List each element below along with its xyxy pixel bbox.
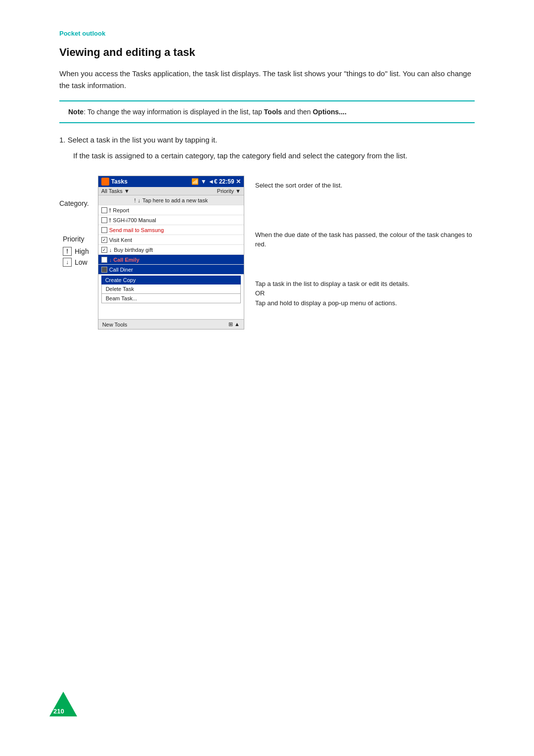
arrow-btn: ↓ xyxy=(138,197,141,203)
sghi700-label: SGH-i700 Manual xyxy=(113,217,156,223)
visitkent-checkbox[interactable]: ✓ xyxy=(101,237,107,243)
note-text2: and then xyxy=(282,108,312,116)
priority-items: ! High ↓ Low xyxy=(63,247,89,267)
category-label: Category. xyxy=(59,199,89,207)
calldiner-label: Call Diner xyxy=(109,267,133,273)
page: Pocket outlook Viewing and editing a tas… xyxy=(0,0,534,756)
bottom-right[interactable]: ⊞ ▲ xyxy=(228,321,240,328)
device-title-icons: 📶 ▼ ◄€ 22:59 ✕ xyxy=(191,178,241,185)
app-icon xyxy=(101,178,109,186)
due-date-text: When the due date of the task has passed… xyxy=(255,231,472,248)
excl-report: ! xyxy=(109,207,111,213)
spacer xyxy=(98,304,244,319)
excl-btn: ! xyxy=(134,197,135,203)
wifi-icon: 📶 xyxy=(191,178,199,185)
device-bottombar: New Tools ⊞ ▲ xyxy=(98,319,244,329)
device-titlebar-left: Tasks xyxy=(101,178,128,186)
sort-order-annotation: Select the sort order of the list. xyxy=(255,181,475,190)
diagram-area: Category. Priority ! High ↓ Low xyxy=(59,176,475,330)
visitkent-label: Visit Kent xyxy=(109,237,132,243)
sendmail-checkbox[interactable] xyxy=(101,227,107,233)
add-task-label: Tap here to add a new task xyxy=(142,197,208,203)
sort-order-text: Select the sort order of the list. xyxy=(255,182,342,189)
bottom-left[interactable]: New Tools xyxy=(102,322,128,328)
step-1: 1. Select a task in the list you want by… xyxy=(59,134,475,146)
sghi700-row[interactable]: ! SGH-i700 Manual xyxy=(98,215,244,225)
page-number: 210 xyxy=(53,708,64,715)
signal-icon: ▼ xyxy=(201,178,207,185)
taskbar-right[interactable]: Priority ▼ xyxy=(217,188,241,194)
taskbar-left[interactable]: All Tasks ▼ xyxy=(101,188,130,194)
device-title: Tasks xyxy=(111,178,128,185)
callemily-label: ↓ Call Emily xyxy=(109,257,139,263)
callemily-row[interactable]: ↓ Call Emily xyxy=(98,255,244,265)
note-bold1: Tools xyxy=(264,108,282,116)
arrow-down-icon: ↓ xyxy=(63,258,72,267)
sendmail-row[interactable]: Send mail to Samsung xyxy=(98,225,244,235)
step-1-sub: If the task is assigned to a certain cat… xyxy=(73,150,475,162)
context-beam-task[interactable]: Beam Task... xyxy=(101,294,241,303)
calldiner-row[interactable]: Call Diner xyxy=(98,265,244,275)
note-box: Note: To change the way information is d… xyxy=(59,100,475,123)
page-title: Viewing and editing a task xyxy=(59,46,475,59)
report-label: Report xyxy=(113,207,129,213)
visitkent-row[interactable]: ✓ Visit Kent xyxy=(98,235,244,245)
excl-sghi700: ! xyxy=(109,217,111,223)
context-menu: Create Copy Delete Task Beam Task... xyxy=(101,276,241,303)
sendmail-label: Send mail to Samsung xyxy=(109,227,164,233)
note-bold2: Options.... xyxy=(312,108,346,116)
section-label: Pocket outlook xyxy=(59,30,475,37)
sghi700-checkbox[interactable] xyxy=(101,217,107,223)
context-delete-task[interactable]: Delete Task xyxy=(101,284,241,294)
tap-task-annotation: Tap a task in the list to display a task… xyxy=(255,279,475,308)
buygift-label: Buy birthday gift xyxy=(114,247,153,253)
priority-low-row: ↓ Low xyxy=(63,258,89,267)
priority-high-label: High xyxy=(75,247,89,255)
calldiner-checkbox[interactable] xyxy=(101,267,107,273)
tap-hold-text: Tap and hold to display a pop-up menu of… xyxy=(255,299,397,307)
due-date-annotation: When the due date of the task has passed… xyxy=(255,230,475,249)
note-label: Note xyxy=(68,108,84,116)
buygift-checkbox[interactable]: ✓ xyxy=(101,247,107,253)
add-task-row[interactable]: ! ↓ Tap here to add a new task xyxy=(98,195,244,205)
note-text: : To change the way information is displ… xyxy=(84,108,264,116)
or-text: OR xyxy=(255,289,265,297)
device-screen: Tasks 📶 ▼ ◄€ 22:59 ✕ All Tasks ▼ Priorit… xyxy=(98,176,244,330)
callemily-checkbox[interactable] xyxy=(101,257,107,263)
buygift-row[interactable]: ✓ ↓ Buy birthday gift xyxy=(98,245,244,255)
context-create-copy[interactable]: Create Copy xyxy=(101,276,241,284)
intro-text: When you access the Tasks application, t… xyxy=(59,68,475,92)
ok-icon: ✕ xyxy=(236,178,241,185)
priority-label: Priority xyxy=(63,235,89,243)
priority-low-label: Low xyxy=(75,258,88,266)
left-labels: Category. Priority ! High ↓ Low xyxy=(59,199,89,267)
tap-task-text: Tap a task in the list to display a task… xyxy=(255,280,409,287)
step-list: 1. Select a task in the list you want by… xyxy=(59,134,475,162)
exclamation-icon: ! xyxy=(63,247,72,256)
arrow-buygift: ↓ xyxy=(109,247,112,253)
device-taskbar[interactable]: All Tasks ▼ Priority ▼ xyxy=(98,187,244,195)
right-annotations: Select the sort order of the list. When … xyxy=(255,176,475,318)
priority-high-row: ! High xyxy=(63,247,89,256)
report-row[interactable]: ! Report xyxy=(98,205,244,215)
device-titlebar: Tasks 📶 ▼ ◄€ 22:59 ✕ xyxy=(98,176,244,187)
report-checkbox[interactable] xyxy=(101,207,107,213)
battery-time: ◄€ 22:59 xyxy=(208,178,234,185)
